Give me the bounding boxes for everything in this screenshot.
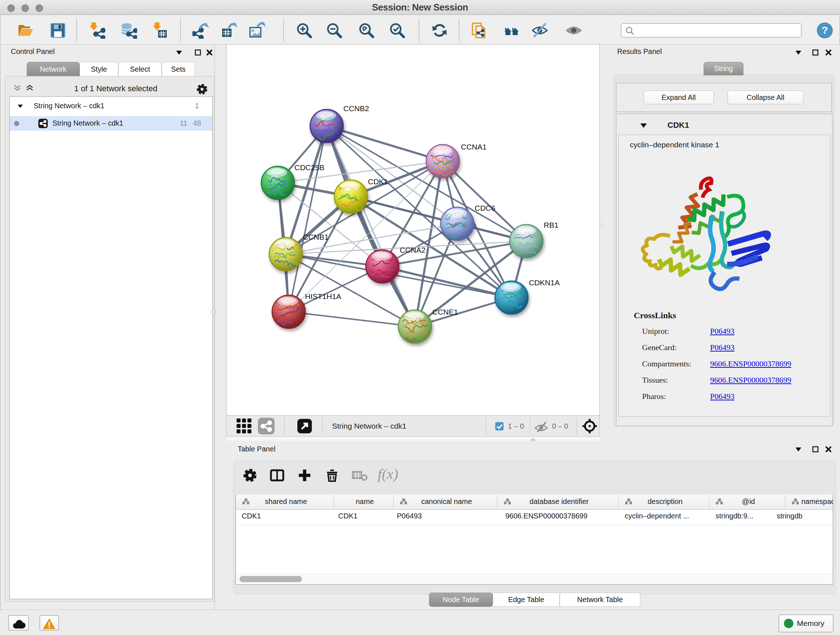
svg-text:CCNB1: CCNB1: [303, 233, 328, 241]
svg-text:?: ?: [821, 25, 828, 36]
svg-text:CDC25B: CDC25B: [294, 163, 325, 172]
svg-text:HIST1H1A: HIST1H1A: [305, 292, 341, 301]
svg-text:CDK1: CDK1: [368, 177, 388, 186]
svg-text:RB1: RB1: [544, 221, 559, 229]
svg-text:CCNA1: CCNA1: [461, 143, 486, 151]
svg-text:CCNB2: CCNB2: [343, 104, 369, 112]
svg-text:CCNE1: CCNE1: [432, 308, 458, 316]
svg-text:CDC6: CDC6: [475, 204, 495, 212]
svg-text:CDKN1A: CDKN1A: [529, 279, 560, 287]
svg-text:CCNA2: CCNA2: [400, 246, 425, 254]
